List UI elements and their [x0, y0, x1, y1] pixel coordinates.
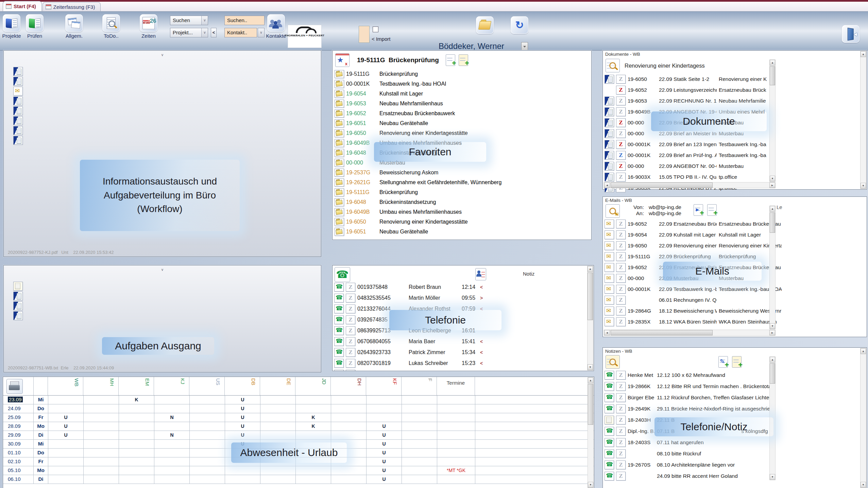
absence-cell[interactable]: K — [296, 422, 331, 431]
search-emails-icon[interactable]: ✉ — [606, 204, 620, 218]
project-folder-icon[interactable] — [335, 208, 344, 216]
scroll-thumb[interactable] — [588, 273, 593, 320]
person-column-header[interactable]: US — [189, 377, 225, 395]
emails-list-scrollbar[interactable]: ▲ ▼ — [769, 206, 776, 329]
document-row[interactable]: 16-9003X 15.05 TPO PB II.- IV. Quar tp.o… — [603, 172, 867, 182]
scroll-thumb[interactable] — [770, 363, 775, 384]
absence-cell[interactable] — [84, 466, 119, 475]
import-checkbox[interactable] — [373, 27, 378, 32]
calendar-row[interactable]: 25.09 Fr U N U K — [3, 413, 594, 422]
note-row[interactable]: 19-2670S 08.10 Architektenpläne liegen v… — [603, 459, 867, 470]
z-note-icon[interactable] — [346, 304, 355, 313]
absence-cell[interactable] — [260, 449, 296, 457]
note-row[interactable]: 19-2866K 12.12 Bitte RR und Termin mache… — [603, 381, 867, 392]
person-column-header[interactable]: JD — [295, 377, 331, 395]
email-row[interactable]: 00-0001K 22.09 Testbauwerk Ing.-bau Test… — [603, 284, 867, 295]
call-row[interactable]: 02133276044 Alexander Rothst 07:59 < — [333, 303, 594, 314]
absence-cell[interactable] — [367, 404, 402, 413]
printer-icon[interactable] — [6, 379, 23, 394]
tasks-filter-select[interactable]: v — [165, 269, 172, 278]
calendar-date-cell[interactable]: 29.09 — [3, 431, 34, 439]
absence-cell[interactable]: U — [367, 457, 402, 466]
absence-cell[interactable] — [154, 466, 190, 475]
absence-cell[interactable]: U — [225, 422, 260, 431]
scroll-thumb[interactable] — [611, 182, 713, 188]
favorites-star-icon[interactable] — [335, 53, 350, 67]
scroll-thumb[interactable] — [588, 384, 593, 425]
project-folder-icon[interactable] — [335, 218, 344, 226]
absence-cell[interactable] — [260, 431, 296, 439]
favorite-row[interactable]: 19-6048 Brückeninstandsetzung — [333, 197, 591, 207]
person-column-header[interactable]: EM — [119, 377, 154, 395]
email-row[interactable]: 00-000 22.09 Musterbau Musterbau — [603, 273, 867, 284]
scroll-up-icon[interactable]: ▲ — [588, 266, 593, 272]
search-notes-icon[interactable] — [606, 355, 620, 369]
person-column-header[interactable]: MH — [83, 377, 119, 395]
person-column-header[interactable]: KF — [366, 377, 402, 395]
app-tab[interactable]: Zeiterfassung (F3) — [42, 2, 101, 11]
dial-phone-icon[interactable] — [334, 370, 344, 371]
absence-cell[interactable] — [48, 449, 84, 457]
email-row[interactable]: 19-5111G 22.09 Brückenprüfung Brückenprü… — [603, 251, 867, 262]
favorite-row[interactable]: 19-6054 Kuhstall mit Lager — [333, 89, 591, 99]
note-type-icon[interactable] — [605, 427, 614, 436]
add-document-button[interactable] — [446, 54, 455, 66]
project-folder-icon[interactable] — [335, 169, 344, 177]
absence-cell[interactable]: U — [225, 404, 260, 413]
dial-phone-icon[interactable] — [334, 348, 344, 357]
scroll-down-icon[interactable]: ▼ — [861, 482, 866, 488]
z-note-icon[interactable] — [616, 162, 626, 171]
z-note-icon[interactable] — [616, 285, 626, 294]
absence-cell[interactable] — [84, 431, 119, 439]
absence-cell[interactable] — [331, 440, 367, 448]
z-note-icon[interactable] — [616, 129, 626, 138]
absence-cell[interactable]: U — [48, 413, 84, 422]
absence-cell[interactable]: N — [154, 413, 190, 422]
z-note-icon[interactable] — [616, 382, 626, 391]
project-folder-icon[interactable] — [335, 90, 344, 98]
person-column-header[interactable]: WB — [48, 377, 83, 395]
absence-cell[interactable] — [84, 440, 119, 448]
absence-cell[interactable] — [260, 404, 296, 413]
scroll-down-icon[interactable]: ▼ — [588, 482, 593, 488]
email-row[interactable]: 19-6052 22.09 Ersatzneubau Brücke Ersatz… — [603, 219, 867, 229]
favorite-row[interactable]: 19-6048 Brückeninstandsetzung — [333, 148, 591, 158]
scroll-thumb[interactable] — [770, 212, 775, 233]
absence-cell[interactable] — [402, 449, 437, 457]
note-row[interactable]: 18-2403S 07.11 hat angerufen — [603, 437, 867, 448]
z-note-icon[interactable] — [616, 460, 626, 469]
email-row[interactable]: 19-6054 22.09 Kuhstall mit Lager Kuhstal… — [603, 229, 867, 240]
absence-cell[interactable] — [84, 396, 119, 404]
z-note-icon[interactable] — [616, 307, 626, 315]
calendar-date-cell[interactable]: 23.09 — [3, 396, 34, 404]
z-note-icon[interactable] — [616, 118, 626, 127]
absence-cell[interactable] — [402, 422, 437, 431]
absence-cell[interactable]: K — [296, 413, 331, 422]
person-column-header[interactable]: DB — [225, 377, 260, 395]
project-folder-icon[interactable] — [335, 100, 344, 108]
contact-card-icon[interactable] — [475, 268, 486, 280]
dial-phone-icon[interactable] — [334, 294, 344, 302]
telephone-scrollbar[interactable]: ▲ ▼ — [587, 266, 593, 370]
project-folder-icon[interactable] — [335, 80, 344, 88]
favorite-row[interactable]: 19-5111G Brückenprüfung — [333, 187, 591, 197]
search-documents-icon[interactable] — [606, 59, 620, 72]
zeiten-button[interactable]: April26 Zeiten — [138, 14, 159, 39]
absence-cell[interactable]: U — [48, 431, 84, 439]
scroll-thumb[interactable] — [770, 66, 775, 85]
scroll-up-icon[interactable]: ▲ — [588, 378, 593, 383]
pruefen-button[interactable]: Prüfen — [24, 14, 46, 39]
absence-cell[interactable] — [225, 466, 260, 475]
note-row[interactable]: Henke Met 12.12 100 x 62 Mehraufwand — [603, 369, 867, 381]
note-row[interactable]: 08.10 bitte Rückruf — [603, 448, 867, 459]
project-select[interactable]: Projekt... v — [170, 28, 208, 37]
calendar-date-cell[interactable]: 06.10 — [3, 475, 34, 484]
scroll-down-icon[interactable]: ▼ — [770, 323, 775, 329]
scroll-down-icon[interactable]: ▼ — [770, 474, 775, 480]
note-row[interactable]: 18-2403H 22.11 B — [603, 414, 867, 425]
z-note-icon[interactable] — [346, 315, 355, 324]
absence-cell[interactable] — [154, 457, 190, 466]
call-row[interactable]: 04832535545 Martin Möller 09:55 > — [333, 293, 594, 303]
absence-cell[interactable]: U — [225, 396, 260, 404]
absence-cell[interactable] — [402, 475, 437, 484]
